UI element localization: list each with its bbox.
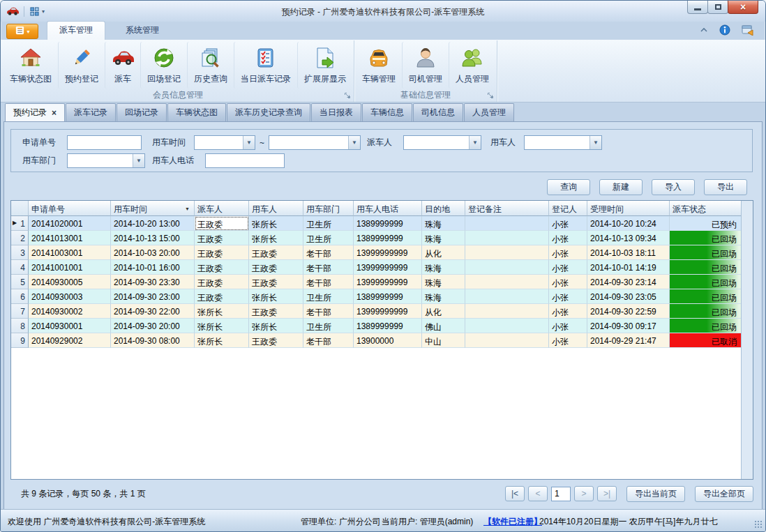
help-button[interactable]: [742, 24, 754, 36]
cell-accept-time[interactable]: 2014-10-01 14:19: [587, 260, 670, 275]
status-badge[interactable]: 已回场: [670, 231, 742, 245]
cell-user-phone[interactable]: 1389999999: [354, 319, 422, 333]
cell-use-time[interactable]: 2014-10-20 13:00: [111, 216, 195, 231]
ribbon-button-history-query[interactable]: 历史查询: [187, 42, 234, 89]
column-header-destination[interactable]: 目的地: [422, 201, 465, 216]
cell-user[interactable]: 王政委: [249, 245, 303, 260]
last-page-button[interactable]: >|: [597, 486, 617, 501]
tab-vehicle-status-chart[interactable]: 车辆状态图: [167, 103, 226, 121]
user-phone-input[interactable]: [205, 153, 285, 168]
column-header-registrar[interactable]: 登记人: [549, 201, 587, 216]
cell-user-phone[interactable]: 1389999999: [354, 289, 422, 304]
cell-accept-time[interactable]: 2014-09-30 09:17: [587, 319, 670, 333]
cell-accept-time[interactable]: 2014-10-03 18:11: [587, 245, 670, 260]
cell-destination[interactable]: 从化: [422, 304, 465, 319]
collapse-ribbon-button[interactable]: [700, 27, 708, 33]
cell-registrar[interactable]: 小张: [549, 275, 587, 289]
ribbon-tab-dispatch-management[interactable]: 派车管理: [47, 21, 105, 40]
table-row[interactable]: 4201410010012014-10-01 16:00王政委王政委老干部139…: [11, 260, 753, 275]
column-header-user[interactable]: 用车人: [249, 201, 303, 216]
cell-department[interactable]: 卫生所: [303, 289, 354, 304]
tab-dispatch-history-query[interactable]: 派车历史记录查询: [227, 103, 310, 121]
cell-remark[interactable]: [465, 304, 549, 319]
tab-dispatch-records[interactable]: 派车记录: [66, 103, 116, 121]
cell-destination[interactable]: 佛山: [422, 319, 465, 333]
cell-request-no[interactable]: 20140930003: [29, 289, 111, 304]
import-button[interactable]: 导入: [652, 179, 695, 195]
cell-dispatcher[interactable]: 王政委: [195, 216, 249, 231]
cell-user[interactable]: 张所长: [249, 216, 303, 231]
cell-accept-time[interactable]: 2014-09-30 23:05: [587, 289, 670, 304]
cell-user[interactable]: 张所长: [249, 319, 303, 333]
status-badge[interactable]: 已回场: [670, 245, 742, 260]
column-header-request-no[interactable]: 申请单号: [29, 201, 111, 216]
cell-remark[interactable]: [465, 231, 549, 245]
cell-use-time[interactable]: 2014-09-30 23:00: [111, 289, 195, 304]
info-button[interactable]: [719, 24, 730, 36]
cell-request-no[interactable]: 20141013001: [29, 231, 111, 245]
cell-request-no[interactable]: 20140930005: [29, 275, 111, 289]
ribbon-button-today-dispatch-records[interactable]: 当日派车记录: [234, 42, 297, 89]
cell-department[interactable]: 卫生所: [303, 216, 354, 231]
ribbon-button-dispatch[interactable]: 派车: [105, 42, 140, 89]
resize-grip[interactable]: [754, 520, 763, 529]
minimize-button[interactable]: [687, 1, 708, 14]
tab-driver-info[interactable]: 司机信息: [413, 103, 463, 121]
cell-department[interactable]: 老干部: [303, 245, 354, 260]
tab-vehicle-info[interactable]: 车辆信息: [362, 103, 412, 121]
page-input[interactable]: [551, 487, 571, 501]
cell-dispatcher[interactable]: 王政委: [195, 245, 249, 260]
cell-remark[interactable]: [465, 216, 549, 231]
row-selector-cell[interactable]: ▶1: [11, 216, 29, 231]
column-header-accept-time[interactable]: 受理时间: [587, 201, 670, 216]
layout-icon[interactable]: [29, 6, 40, 17]
cell-remark[interactable]: [465, 260, 549, 275]
ribbon-button-driver-management[interactable]: 司机管理: [402, 42, 449, 89]
use-time-to-select[interactable]: ▼: [269, 135, 361, 150]
cell-use-time[interactable]: 2014-10-03 20:00: [111, 245, 195, 260]
prev-page-button[interactable]: <: [528, 486, 548, 501]
cell-request-no[interactable]: 20140930001: [29, 319, 111, 333]
cell-registrar[interactable]: 小张: [549, 216, 587, 231]
cell-dispatcher[interactable]: 王政委: [195, 231, 249, 245]
row-selector-cell[interactable]: 2: [11, 231, 29, 245]
new-button[interactable]: 新建: [599, 179, 643, 195]
cell-registrar[interactable]: 小张: [549, 289, 587, 304]
table-row[interactable]: 7201409300022014-09-30 22:00张所长王政委老干部139…: [11, 304, 753, 319]
vertical-scrollbar[interactable]: [741, 201, 753, 479]
maximize-button[interactable]: [707, 1, 728, 14]
cell-department[interactable]: 老干部: [303, 333, 354, 348]
column-header-status[interactable]: 派车状态: [670, 201, 742, 216]
dispatcher-select[interactable]: ▼: [403, 135, 481, 150]
cell-accept-time[interactable]: 2014-09-30 23:14: [587, 275, 670, 289]
cell-remark[interactable]: [465, 319, 549, 333]
export-all-pages-button[interactable]: 导出全部页: [695, 486, 753, 502]
cell-user-phone[interactable]: 13999999999: [354, 304, 422, 319]
tab-personnel-management[interactable]: 人员管理: [464, 103, 514, 121]
table-row[interactable]: 5201409300052014-09-30 23:30王政委王政委老干部139…: [11, 275, 753, 289]
ribbon-button-return-register[interactable]: 回场登记: [140, 42, 187, 89]
table-row[interactable]: 6201409300032014-09-30 23:00王政委张所长卫生所138…: [11, 289, 753, 304]
cell-registrar[interactable]: 小张: [549, 304, 587, 319]
tab-reservation-records[interactable]: 预约记录×: [5, 103, 65, 121]
status-badge[interactable]: 已预约: [670, 216, 742, 231]
cell-remark[interactable]: [465, 245, 549, 260]
cell-request-no[interactable]: 20140929002: [29, 333, 111, 348]
cell-user[interactable]: 王政委: [249, 260, 303, 275]
cell-use-time[interactable]: 2014-10-13 15:00: [111, 231, 195, 245]
user-select[interactable]: ▼: [524, 135, 602, 150]
cell-registrar[interactable]: 小张: [549, 333, 587, 348]
row-selector-cell[interactable]: 5: [11, 275, 29, 289]
column-header-user-phone[interactable]: 用车人电话: [354, 201, 422, 216]
row-selector-cell[interactable]: 7: [11, 304, 29, 319]
cell-destination[interactable]: 珠海: [422, 216, 465, 231]
row-selector-cell[interactable]: 3: [11, 245, 29, 260]
cell-dispatcher[interactable]: 张所长: [195, 304, 249, 319]
dialog-launcher-icon[interactable]: [487, 92, 494, 99]
cell-accept-time[interactable]: 2014-10-13 09:34: [587, 231, 670, 245]
license-link[interactable]: 【软件已注册】: [483, 516, 542, 528]
cell-registrar[interactable]: 小张: [549, 260, 587, 275]
chevron-down-icon[interactable]: ▾: [42, 8, 45, 15]
cell-department[interactable]: 老干部: [303, 275, 354, 289]
cell-dispatcher[interactable]: 张所长: [195, 333, 249, 348]
